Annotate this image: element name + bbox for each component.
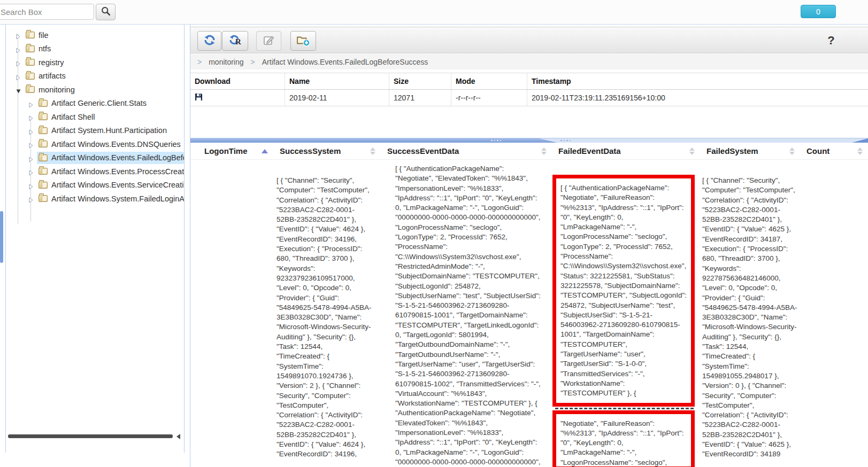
folder-icon	[26, 59, 35, 66]
expander-collapsed-icon[interactable]	[28, 182, 34, 188]
folder-icon	[39, 154, 48, 161]
cell-successsystem: [ { "Channel": "Security", "Computer": "…	[273, 160, 381, 467]
splitter-thumb[interactable]	[190, 138, 557, 143]
expander-collapsed-icon[interactable]	[28, 196, 34, 201]
panel-splitter-grip[interactable]	[0, 211, 3, 263]
column-header-successeventdata[interactable]: SuccessEventData	[381, 143, 552, 159]
cell-count	[800, 160, 868, 467]
breadcrumb-item-monitoring[interactable]: monitoring	[209, 58, 243, 66]
sort-toggle-icon[interactable]	[689, 147, 695, 155]
column-header-logontime[interactable]: LogonTime	[190, 143, 273, 159]
expander-collapsed-icon[interactable]	[28, 114, 34, 120]
scrollbar-arrow-icon[interactable]	[176, 434, 180, 439]
tree-item-artifacts[interactable]: artifacts	[6, 69, 184, 83]
download-floppy-icon[interactable]	[195, 93, 203, 103]
breadcrumb-separator: >	[197, 58, 202, 66]
folder-icon	[39, 182, 48, 189]
file-table-row[interactable]: 2019-02-11 12071 -r--r--r-- 2019-02-11T2…	[190, 90, 868, 106]
folder-icon	[26, 45, 35, 52]
column-header-successsystem[interactable]: SuccessSystem	[273, 143, 381, 159]
tree-item-monitoring[interactable]: monitoring	[6, 83, 184, 97]
tree-item-artifact-windows-events-processcreation[interactable]: Artifact Windows.Events.ProcessCreation	[6, 165, 184, 178]
file-name-cell: 2019-02-11	[285, 90, 389, 106]
tree-item-artifact-windows-system-failedloginattempt[interactable]: Artifact Windows.System.FailedLoginAtter	[6, 192, 184, 206]
refresh-recalculate-icon: R	[228, 34, 242, 49]
main-panel: R ? > mon	[190, 25, 868, 467]
expander-collapsed-icon[interactable]	[28, 100, 34, 106]
column-label: Count	[806, 146, 829, 155]
expander-collapsed-icon[interactable]	[16, 46, 21, 52]
column-header-mode[interactable]: Mode	[451, 73, 527, 89]
tree-item-label: Artifact Windows.Events.DNSQueries	[48, 140, 181, 149]
expander-collapsed-icon[interactable]	[28, 128, 34, 134]
horizontal-pane-splitter[interactable]	[190, 138, 868, 143]
breadcrumb-separator: >	[251, 58, 255, 66]
search-button[interactable]	[96, 4, 116, 20]
folder-icon	[39, 195, 48, 202]
tree-item-artifact-windows-events-servicecreation[interactable]: Artifact Windows.Events.ServiceCreation	[6, 178, 184, 192]
expander-collapsed-icon[interactable]	[28, 168, 34, 174]
tree-item-artifact-system-hunt-participation[interactable]: Artifact System.Hunt.Participation	[6, 124, 184, 138]
results-grid-row[interactable]: [ { "Channel": "Security", "Computer": "…	[190, 160, 868, 467]
expander-collapsed-icon[interactable]	[28, 155, 34, 161]
refresh-button[interactable]	[197, 31, 221, 51]
folder-icon	[39, 113, 48, 120]
expander-collapsed-icon[interactable]	[16, 73, 21, 79]
splitter-grip-dots	[560, 140, 571, 142]
folder-icon	[39, 141, 48, 147]
tree-horizontal-scrollbar[interactable]	[8, 434, 180, 439]
notification-count: 0	[816, 7, 820, 16]
search-icon	[101, 6, 111, 19]
column-header-size[interactable]: Size	[389, 73, 451, 89]
tree-item-label: ntfs	[35, 44, 51, 53]
edit-button[interactable]	[256, 31, 281, 51]
tree-item-artifact-generic-client-stats[interactable]: Artifact Generic.Client.Stats	[6, 97, 184, 111]
refresh-icon	[203, 34, 216, 49]
tree-item-artifact-windows-events-dnsqueries[interactable]: Artifact Windows.Events.DNSQueries	[6, 137, 184, 151]
cell-successeventdata: [ { "AuthenticationPackageName": "Negoti…	[381, 160, 552, 467]
tree-item-label: monitoring	[35, 85, 75, 94]
expander-collapsed-icon[interactable]	[28, 141, 34, 147]
expander-expanded-icon[interactable]	[16, 87, 21, 92]
toolbar: R ?	[190, 27, 868, 53]
column-label: SuccessSystem	[280, 146, 341, 155]
search-input[interactable]	[0, 4, 94, 20]
cell-logontime	[190, 160, 273, 467]
folder-icon	[39, 100, 48, 107]
recalculate-button[interactable]: R	[222, 31, 248, 51]
folder-download-icon	[296, 34, 310, 49]
column-header-failedeventdata[interactable]: FailedEventData	[552, 143, 700, 159]
tree-item-label: artifacts	[35, 72, 66, 80]
tree-item-registry[interactable]: registry	[6, 56, 184, 69]
column-header-name[interactable]: Name	[285, 73, 389, 89]
column-header-timestamp[interactable]: Timestamp	[527, 73, 868, 89]
breadcrumb-item-artifact[interactable]: Artifact Windows.Events.FailedLogBeforeS…	[262, 58, 428, 66]
tree-item-artifact-windows-events-failedlogbeforesuccess[interactable]: Artifact Windows.Events.FailedLogBefore	[6, 151, 184, 165]
expander-collapsed-icon[interactable]	[16, 32, 21, 38]
sort-toggle-icon[interactable]	[370, 147, 375, 155]
sort-toggle-icon[interactable]	[857, 147, 863, 155]
notification-count-button[interactable]: 0	[801, 5, 836, 18]
file-table-header-row: Download Name Size Mode Timestamp	[190, 73, 868, 90]
scrollbar-thumb[interactable]	[8, 434, 173, 438]
file-mode-cell: -r--r--r--	[451, 90, 527, 106]
export-download-button[interactable]	[290, 31, 316, 51]
tree-item-artifact-shell[interactable]: Artifact Shell	[6, 110, 184, 124]
column-label: LogonTime	[204, 146, 248, 155]
file-table: Download Name Size Mode Timestamp 2019-0…	[190, 73, 868, 106]
failed-system-json: [ { "Channel": "Security", "Computer": "…	[702, 176, 797, 460]
sort-toggle-icon[interactable]	[541, 147, 547, 155]
tree-item-ntfs[interactable]: ntfs	[6, 42, 184, 56]
column-label: FailedEventData	[558, 146, 621, 155]
column-header-count[interactable]: Count	[800, 143, 868, 159]
failed-event-data-json-2: "Negotiate", "FailureReason": "%%2313", …	[560, 419, 688, 467]
sort-toggle-icon[interactable]	[789, 147, 795, 155]
tree-item-file[interactable]: file	[6, 28, 184, 42]
column-header-download[interactable]: Download	[190, 73, 285, 89]
expander-collapsed-icon[interactable]	[16, 59, 21, 65]
help-button[interactable]: ?	[824, 34, 838, 50]
column-header-failedsystem[interactable]: FailedSystem	[700, 143, 800, 159]
svg-text:R: R	[235, 37, 241, 46]
breadcrumb: > monitoring > Artifact Windows.Events.F…	[190, 54, 868, 69]
sort-ascending-icon[interactable]	[262, 149, 268, 153]
